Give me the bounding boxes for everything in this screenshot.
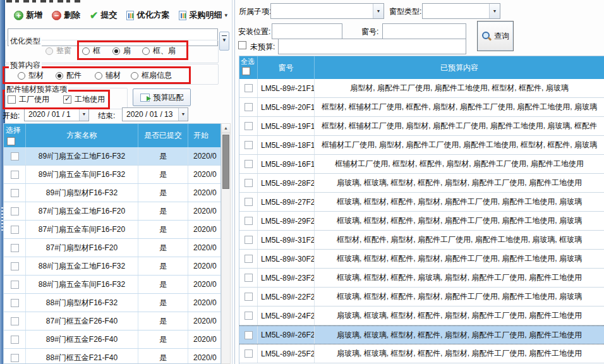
window-header-window-no[interactable]: 窗号 — [258, 56, 315, 79]
start-date-dropdown-icon[interactable]: ▼ — [79, 108, 88, 121]
opt-type-option-3[interactable]: 扇 — [112, 46, 131, 56]
window-select-checkbox[interactable] — [245, 349, 253, 358]
toolbar-button-delete[interactable]: −删除 — [48, 7, 84, 23]
toolbar-button-submit[interactable]: ✔提交 — [86, 7, 121, 23]
plan-row[interactable]: 89#门框五金F26-F40是2020/0 — [4, 331, 220, 349]
plan-row[interactable]: 88#门框五金F21-F40是2020/0 — [4, 349, 220, 364]
plan-row[interactable]: 89#门扇型材F16-F32是2020/0 — [4, 184, 220, 202]
plan-select-checkbox[interactable] — [11, 354, 19, 362]
toolbar-button-purchase-detail[interactable]: 采购明细▾ — [175, 7, 231, 23]
window-row[interactable]: LM5L-89#-20F18框型材, 框辅材工厂使用, 框配件, 扇型材, 扇配… — [239, 98, 604, 117]
plan-row[interactable]: 87#门框五金F26-F40是2020/0 — [4, 312, 220, 331]
scrollbar-thumb[interactable] — [222, 135, 229, 189]
delete-icon: − — [52, 11, 61, 20]
plan-row[interactable]: 88#门扇五金车间F16-F32是2020/0 — [4, 276, 220, 294]
budget-option-4[interactable]: 框扇信息 — [131, 70, 172, 81]
usage-option-1[interactable]: 工厂使用 — [8, 94, 49, 105]
end-date-dropdown-icon[interactable]: ▼ — [178, 108, 188, 121]
window-select-checkbox[interactable] — [245, 331, 253, 339]
plan-row[interactable]: 89#门扇五金车间F16-F32是2020/0 — [4, 166, 220, 184]
plan-row[interactable]: 88#门扇型材F16-F32是2020/0 — [4, 294, 220, 312]
plan-select-checkbox[interactable] — [11, 207, 19, 215]
window-row[interactable]: LM5L-89#-19F17框型材, 框辅材工厂使用, 扇型材, 扇配件工厂使用… — [239, 117, 604, 136]
unbudgeted-checkbox[interactable] — [238, 41, 246, 49]
checkbox-icon — [63, 95, 71, 104]
plan-select-checkbox[interactable] — [11, 317, 19, 325]
window-row[interactable]: LM5L-89#-23F21框玻璃, 框型材, 框配件, 扇玻璃, 扇型材, 扇… — [239, 269, 604, 288]
plan-select-checkbox[interactable] — [11, 152, 19, 161]
window-select-all-checkbox[interactable] — [242, 67, 250, 75]
plan-select-checkbox[interactable] — [11, 281, 19, 289]
plan-select-checkbox[interactable] — [11, 299, 19, 307]
window-row[interactable]: LM5L-89#-22F20框玻璃, 框型材, 框配件, 扇型材, 扇配件工厂使… — [239, 288, 604, 306]
window-select-checkbox[interactable] — [245, 312, 253, 320]
budget-option-label: 配件 — [66, 70, 82, 81]
sub-item-combo[interactable]: ▼ — [270, 3, 384, 19]
window-select-checkbox[interactable] — [245, 255, 253, 263]
window-select-checkbox[interactable] — [245, 198, 253, 206]
opt-type-option-4[interactable]: 框、扇 — [142, 46, 176, 56]
radio-icon — [56, 72, 63, 80]
window-row[interactable]: LM5L-89#-18F16框辅材工厂使用, 扇型材, 扇配件工厂使用, 扇配件… — [239, 136, 604, 155]
start-date-picker[interactable]: 2020 / 01 / 1 ▼ — [24, 107, 89, 121]
window-select-checkbox[interactable] — [245, 293, 253, 301]
window-select-checkbox[interactable] — [245, 217, 253, 225]
window-no-input[interactable] — [382, 23, 466, 39]
plan-select-checkbox[interactable] — [11, 244, 19, 252]
window-row[interactable]: LM5L-89#-26F24扇玻璃, 框玻璃, 框型材, 框配件, 扇型材, 扇… — [239, 325, 604, 344]
install-pos-input[interactable] — [272, 23, 342, 39]
budgeted-content: 框辅材工厂使用, 框型材, 框配件, 扇型材, 扇配件工厂使用, 扇配件工地使用 — [315, 155, 604, 173]
toolbar-button-optimize-plan[interactable]: 优化方案 — [123, 7, 173, 23]
sub-item-dropdown-icon[interactable]: ▼ — [373, 4, 384, 18]
window-row[interactable]: LM5L-89#-28F26扇玻璃, 框玻璃, 框型材, 框配件, 扇型材, 扇… — [239, 174, 604, 193]
budget-option-1[interactable]: 型材 — [18, 70, 44, 81]
plan-header-name[interactable]: 方案名称 — [26, 124, 138, 147]
usage-option-2[interactable]: 工地使用 — [63, 94, 105, 105]
window-select-checkbox[interactable] — [245, 274, 253, 282]
window-select-checkbox[interactable] — [245, 160, 253, 168]
window-row[interactable]: LM5L-89#-25F23扇玻璃, 框玻璃, 框型材, 框配件, 扇型材, 扇… — [239, 344, 604, 363]
unbudgeted-input[interactable] — [278, 39, 466, 54]
window-type-dropdown-icon[interactable]: ▼ — [489, 4, 500, 18]
window-row[interactable]: LM5L-89#-30F28框玻璃, 框型材, 框配件, 扇型材, 扇配件工厂使… — [239, 250, 604, 269]
window-row[interactable]: LM5L-89#-24F22扇玻璃, 框玻璃, 框型材, 框配件, 扇型材, 扇… — [239, 306, 604, 325]
plan-row[interactable]: 87#门扇五金工地F16-F20是2020/0 — [4, 202, 220, 221]
window-select-checkbox[interactable] — [245, 122, 253, 130]
window-row[interactable]: LM5L-89#-21F19扇型材, 扇配件工厂使用, 扇配件工地使用, 框型材… — [239, 79, 604, 98]
plan-select-all-checkbox[interactable] — [7, 137, 15, 145]
opt-type-option-2[interactable]: 框 — [82, 46, 100, 56]
window-row[interactable]: LM5L-89#-16F15框辅材工厂使用, 框型材, 框配件, 扇型材, 扇配… — [239, 155, 604, 174]
window-type-combo[interactable]: ▼ — [422, 3, 500, 19]
window-header-content[interactable]: 已预算内容 — [315, 56, 604, 79]
plan-row[interactable]: 89#门扇五金工地F16-F32是2020/0 — [4, 147, 220, 166]
window-select-checkbox[interactable] — [245, 179, 253, 187]
plan-header-start[interactable]: 开始 — [188, 124, 220, 147]
budget-match-button[interactable]: 预算匹配 — [133, 88, 191, 106]
window-row[interactable]: LM5L-89#-27F25框玻璃, 框型材, 框配件, 扇型材, 扇配件工厂使… — [239, 193, 604, 212]
plan-header-submitted[interactable]: 是否已提交 — [138, 124, 188, 147]
window-row[interactable]: LM5L-89#-31F29框型材, 框配件, 扇型材, 扇配件工厂使用, 扇配… — [239, 231, 604, 250]
plan-select-checkbox[interactable] — [11, 336, 19, 344]
plan-row[interactable]: 87#门扇型材F16-F20是2020/0 — [4, 239, 220, 257]
plan-select-checkbox[interactable] — [11, 262, 19, 270]
query-button[interactable]: 查询 — [477, 21, 514, 51]
end-date-picker[interactable]: 2020 / 01 / 13 ▼ — [122, 107, 188, 121]
plan-select-checkbox[interactable] — [11, 189, 19, 197]
toolbar-button-add[interactable]: +新增 — [10, 7, 46, 23]
toolbar-overflow-button[interactable]: ▼ — [219, 32, 229, 51]
plan-row[interactable]: 88#门扇五金工地F16-F32是2020/0 — [4, 257, 220, 276]
budget-option-3[interactable]: 辅材 — [95, 70, 121, 81]
budget-option-2[interactable]: 配件 — [56, 70, 82, 81]
window-select-checkbox[interactable] — [245, 84, 253, 92]
plan-row[interactable]: 87#门扇五金车间F16-F20是2020/0 — [4, 221, 220, 239]
window-budget-table: 全选 窗号 已预算内容 LM5L-89#-21F19扇型材, 扇配件工厂使用, … — [239, 56, 604, 364]
plan-select-cell — [4, 166, 26, 183]
window-select-checkbox[interactable] — [245, 103, 253, 111]
plan-table-scrollbar[interactable]: ▲ — [221, 123, 231, 364]
window-row[interactable]: LM5L-89#-29F27框玻璃, 框型材, 框配件, 扇型材, 扇配件工厂使… — [239, 212, 604, 231]
plan-select-checkbox[interactable] — [11, 171, 19, 179]
window-select-checkbox[interactable] — [245, 236, 253, 244]
window-select-checkbox[interactable] — [245, 141, 253, 149]
plan-select-checkbox[interactable] — [11, 226, 19, 234]
scroll-up-icon[interactable]: ▲ — [222, 124, 230, 133]
